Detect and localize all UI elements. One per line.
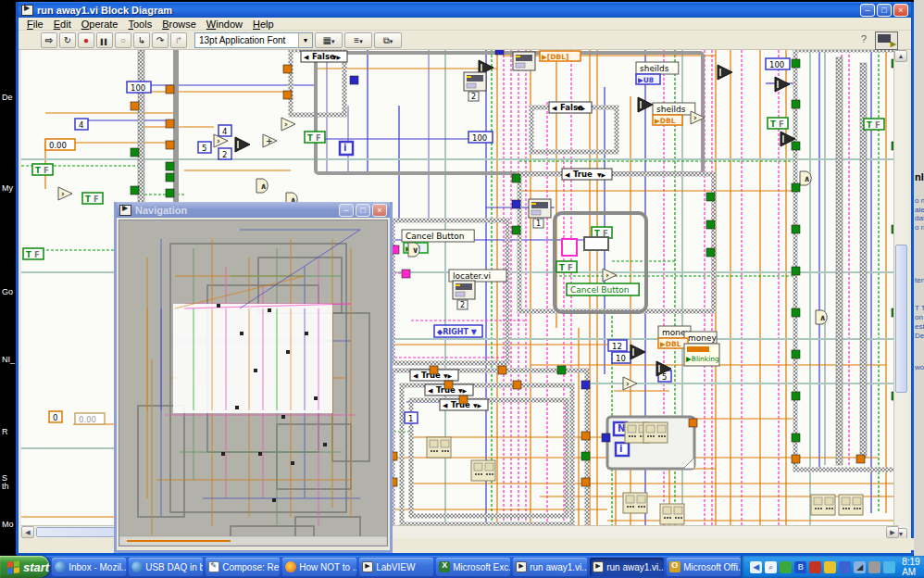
- tunnel[interactable]: [856, 455, 865, 463]
- desktop-icon-label[interactable]: R: [2, 427, 8, 436]
- highlight-execution-button[interactable]: [115, 32, 131, 48]
- close-button[interactable]: ×: [893, 4, 908, 17]
- menu-item-edit[interactable]: Edit: [49, 19, 76, 30]
- menu-item-file[interactable]: File: [22, 19, 48, 30]
- tunnel[interactable]: [792, 434, 800, 442]
- navigation-window[interactable]: Navigation – □ ×: [114, 202, 393, 553]
- menu-item-operate[interactable]: Operate: [77, 19, 123, 30]
- tunnel[interactable]: [581, 452, 590, 460]
- vertical-scrollbar[interactable]: ▲ ▼: [893, 50, 908, 540]
- vi-icon[interactable]: ▶: [875, 31, 898, 50]
- tunnel[interactable]: [350, 76, 358, 84]
- nav-close-button[interactable]: ×: [372, 204, 387, 217]
- distribute-objects-button[interactable]: ≡: [344, 32, 372, 48]
- tunnel[interactable]: [581, 432, 590, 440]
- run-button[interactable]: [41, 32, 57, 48]
- tunnel[interactable]: [792, 59, 800, 68]
- nav-minimize-button[interactable]: –: [339, 204, 354, 217]
- desktop-icon-label[interactable]: My: [2, 183, 13, 193]
- task-button[interactable]: Microsoft Exc...: [436, 558, 510, 576]
- volume-icon[interactable]: ◢: [854, 561, 866, 573]
- step-over-button[interactable]: [152, 32, 169, 48]
- menu-item-browse[interactable]: Browse: [157, 19, 201, 30]
- tunnel[interactable]: [706, 220, 715, 229]
- vertical-scroll-thumb[interactable]: [895, 245, 907, 393]
- tunnel[interactable]: [792, 142, 800, 150]
- minimize-button[interactable]: –: [860, 4, 875, 17]
- tunnel[interactable]: [283, 65, 292, 73]
- tunnel[interactable]: [792, 267, 800, 275]
- navigation-titlebar[interactable]: Navigation – □ ×: [117, 202, 390, 218]
- menu-item-help[interactable]: Help: [248, 19, 279, 30]
- task-button[interactable]: Microsoft Offi...: [667, 558, 741, 576]
- start-button[interactable]: start: [0, 556, 49, 578]
- case-structure[interactable]: [393, 371, 587, 533]
- task-button[interactable]: Inbox - Mozil...: [52, 558, 126, 576]
- tunnel[interactable]: [602, 434, 610, 442]
- display-icon[interactable]: [883, 561, 895, 573]
- tunnel[interactable]: [557, 366, 566, 374]
- case-structure-border[interactable]: [836, 57, 843, 465]
- scroll-left-button[interactable]: ◀: [21, 526, 34, 538]
- tunnel[interactable]: [166, 119, 174, 128]
- tunnel[interactable]: [706, 248, 715, 257]
- tunnel[interactable]: [792, 350, 800, 358]
- case-structure[interactable]: [531, 107, 617, 152]
- search-icon[interactable]: ⌕: [765, 561, 777, 573]
- tunnel[interactable]: [792, 455, 800, 463]
- tunnel[interactable]: [430, 366, 438, 374]
- maximize-button[interactable]: □: [877, 4, 892, 17]
- tunnel[interactable]: [792, 308, 800, 317]
- tunnel[interactable]: [166, 173, 174, 182]
- tunnel[interactable]: [283, 91, 292, 99]
- messenger-icon[interactable]: [809, 561, 821, 573]
- desktop-icon-label[interactable]: th: [2, 482, 9, 491]
- tunnel[interactable]: [512, 174, 520, 182]
- font-selector[interactable]: 13pt Application Font▼: [194, 32, 313, 48]
- desktop-icon-label[interactable]: De: [2, 93, 13, 102]
- tunnel[interactable]: [498, 366, 506, 374]
- context-help-button[interactable]: ?: [856, 33, 871, 49]
- abort-button[interactable]: [78, 32, 94, 48]
- tunnel[interactable]: [459, 396, 468, 404]
- network-icon[interactable]: [839, 561, 851, 573]
- tunnel[interactable]: [166, 85, 174, 94]
- tunnel[interactable]: [512, 226, 520, 234]
- nav-maximize-button[interactable]: □: [356, 204, 370, 217]
- node-frame[interactable]: [584, 237, 608, 250]
- desktop-icon-label[interactable]: NI_: [2, 355, 15, 364]
- scroll-up-button[interactable]: ▲: [894, 50, 907, 62]
- tunnel[interactable]: [513, 381, 521, 389]
- update-icon[interactable]: [780, 561, 792, 573]
- scroll-right-button[interactable]: ▶: [886, 526, 899, 538]
- font-selector-dropdown-icon[interactable]: ▼: [298, 33, 312, 47]
- menu-item-window[interactable]: Window: [202, 19, 247, 30]
- tunnel[interactable]: [792, 392, 800, 400]
- pause-button[interactable]: [96, 32, 113, 48]
- printer-icon[interactable]: [868, 561, 880, 573]
- tunnel[interactable]: [581, 381, 590, 389]
- tunnel[interactable]: [792, 100, 800, 108]
- desktop-icon-label[interactable]: Mo: [2, 520, 14, 529]
- tunnel[interactable]: [166, 141, 174, 149]
- security-lock-icon[interactable]: [824, 561, 836, 573]
- window-titlebar[interactable]: run away1.vi Block Diagram – □ ×: [19, 2, 911, 18]
- menu-item-tools[interactable]: Tools: [123, 19, 156, 30]
- tunnel[interactable]: [166, 162, 174, 170]
- task-button[interactable]: run away1.vi...: [590, 558, 664, 576]
- tunnel[interactable]: [792, 183, 800, 192]
- task-button[interactable]: run away1.vi...: [513, 558, 587, 576]
- tunnel[interactable]: [512, 200, 520, 208]
- task-button[interactable]: USB DAQ in b...: [129, 558, 203, 576]
- run-continuous-button[interactable]: [59, 32, 76, 48]
- tunnel[interactable]: [131, 148, 139, 157]
- task-button[interactable]: LabVIEW: [359, 558, 433, 576]
- tunnel[interactable]: [706, 193, 715, 201]
- tunnel[interactable]: [444, 381, 453, 389]
- tunnel[interactable]: [689, 419, 697, 427]
- tunnel[interactable]: [131, 102, 139, 110]
- tunnel[interactable]: [131, 186, 139, 195]
- tunnel[interactable]: [402, 270, 410, 278]
- task-button[interactable]: Compose: Re...: [206, 558, 280, 576]
- tunnel[interactable]: [495, 50, 504, 55]
